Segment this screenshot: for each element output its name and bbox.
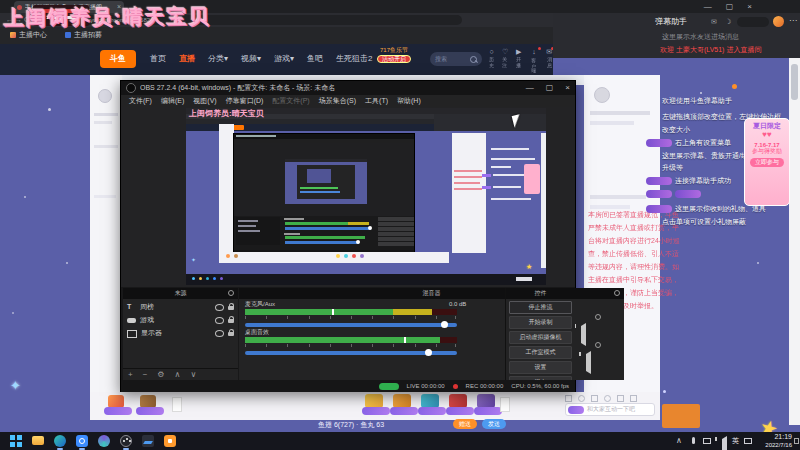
bookmark-item[interactable]: 主播招募 xyxy=(65,31,102,39)
send-button[interactable]: 发送 xyxy=(482,419,506,429)
menu-tools[interactable]: 工具(T) xyxy=(365,97,388,105)
page-scrollbar[interactable] xyxy=(789,58,800,425)
menu-edit[interactable]: 编辑(E) xyxy=(161,97,184,105)
nav-icon-history[interactable]: ○ 历史 xyxy=(488,48,495,76)
lock-icon[interactable] xyxy=(228,332,234,336)
track-settings-icon[interactable] xyxy=(595,314,601,320)
volume-slider[interactable] xyxy=(245,321,457,328)
nav-item-yuba[interactable]: 鱼吧 xyxy=(307,53,323,64)
visibility-eye-icon[interactable] xyxy=(215,330,224,337)
chat-tool-icon[interactable] xyxy=(604,395,611,402)
stop-streaming-button[interactable]: 停止推流 xyxy=(509,301,572,314)
source-properties-button[interactable]: ⚙ xyxy=(157,370,164,380)
source-row[interactable]: T 周榜 xyxy=(127,301,234,314)
nav-item-game[interactable]: 游戏▾ xyxy=(274,53,294,64)
nav-icon-client[interactable]: ↓ 客户端 xyxy=(528,48,539,76)
overflow-menu-icon[interactable]: ⋯ xyxy=(789,16,797,26)
visibility-eye-icon[interactable] xyxy=(215,304,224,311)
tray-keyboard-icon[interactable] xyxy=(744,438,752,444)
taskbar-clock[interactable]: 21:19 2022/7/16 xyxy=(756,433,792,449)
event-banner[interactable]: 夏日限定 ♥♥ 7.16-7.17 参与得奖励 立即参与 xyxy=(744,118,790,206)
nav-icon-broadcast[interactable]: ▶ 开播 xyxy=(515,48,522,76)
menu-file[interactable]: 文件(F) xyxy=(129,97,152,105)
menu-profile[interactable]: 配置文件(P) xyxy=(272,97,309,105)
banner-button[interactable]: 立即参与 xyxy=(750,158,784,167)
moon-icon[interactable]: ☽ xyxy=(725,18,731,26)
obs-taskbar-icon[interactable] xyxy=(120,435,132,447)
gift-count-box[interactable] xyxy=(172,397,182,412)
chat-tool-icon[interactable] xyxy=(578,395,585,402)
tray-display-icon[interactable] xyxy=(703,438,711,444)
mute-speaker-icon[interactable] xyxy=(581,323,586,346)
slider-knob[interactable] xyxy=(425,349,432,356)
start-recording-button[interactable]: 开始录制 xyxy=(509,316,572,329)
obs-close-button[interactable]: × xyxy=(565,83,570,93)
nav-promo-badge[interactable]: 717鱼乐节 活动开启 xyxy=(373,47,415,71)
volume-slider[interactable] xyxy=(245,349,457,356)
tray-speaker-icon[interactable] xyxy=(722,436,727,450)
add-source-button[interactable]: + xyxy=(128,370,133,380)
chat-tool-icon[interactable] xyxy=(617,395,624,402)
tray-chevron-icon[interactable]: ∧ xyxy=(676,436,682,446)
gift-icon[interactable] xyxy=(449,394,467,408)
gift-icon[interactable] xyxy=(421,394,439,408)
source-row[interactable]: 游戏 xyxy=(127,314,234,327)
nav-icon-message[interactable]: ✉ 消息 xyxy=(546,48,553,76)
sources-panel-header[interactable]: 来源 xyxy=(123,288,238,299)
move-up-button[interactable]: ∧ xyxy=(175,370,181,380)
controls-panel-header[interactable]: 控件 xyxy=(506,288,575,299)
panel-gear-icon[interactable] xyxy=(614,290,620,296)
gift-icon[interactable] xyxy=(393,394,411,408)
nav-item-live[interactable]: 直播 xyxy=(179,53,195,64)
remove-source-button[interactable]: − xyxy=(143,370,148,380)
panel-gear-icon[interactable] xyxy=(228,290,234,296)
source-row[interactable]: 显示器 xyxy=(127,327,234,340)
lock-icon[interactable] xyxy=(228,319,234,323)
settings-button[interactable]: 设置 xyxy=(509,361,572,374)
tray-mic-icon[interactable] xyxy=(692,437,695,444)
obs-maximize-button[interactable]: ▢ xyxy=(546,83,554,93)
danmaku-helper-header[interactable]: 弹幕助手 ✉ ☽ ⋯ 这里展示水友送进场消息 欢迎 土豪大哥(LV51) 进入直… xyxy=(553,13,800,58)
edge-browser-icon[interactable] xyxy=(54,435,66,447)
obs-title-bar[interactable]: OBS 27.2.4 (64-bit, windows) - 配置文件: 未命名… xyxy=(121,81,575,95)
chat-tool-icon[interactable] xyxy=(591,395,598,402)
browser-close-button[interactable]: × xyxy=(747,2,752,12)
user-pill[interactable] xyxy=(737,17,769,27)
chat-tool-icon[interactable] xyxy=(630,395,637,402)
visibility-eye-icon[interactable] xyxy=(215,317,224,324)
move-down-button[interactable]: ∨ xyxy=(190,370,196,380)
app-icon[interactable] xyxy=(142,435,154,447)
chat-tool-icon[interactable] xyxy=(565,395,572,402)
nav-item-topic[interactable]: 生死狙击2 xyxy=(336,53,372,64)
track-settings-icon[interactable] xyxy=(595,342,601,348)
lock-icon[interactable] xyxy=(228,306,234,310)
app-icon[interactable] xyxy=(98,435,110,447)
douyu-app-icon[interactable] xyxy=(76,435,88,447)
virtual-camera-button[interactable]: 启动虚拟摄像机 xyxy=(509,331,572,344)
ime-indicator[interactable]: 英 xyxy=(732,437,739,445)
notification-center-icon[interactable] xyxy=(794,438,799,444)
nav-item-home[interactable]: 首页 xyxy=(150,53,166,64)
scrollbar-thumb[interactable] xyxy=(791,64,798,100)
studio-mode-button[interactable]: 工作室模式 xyxy=(509,346,572,359)
bell-icon[interactable]: ✉ xyxy=(711,18,717,26)
avatar[interactable] xyxy=(773,16,784,27)
nav-icon-follow[interactable]: ♡ 关注 xyxy=(501,48,508,76)
browser-minimize-button[interactable]: — xyxy=(704,2,712,12)
slider-knob[interactable] xyxy=(441,321,448,328)
gift-count-box[interactable] xyxy=(500,397,510,412)
menu-scene-collection[interactable]: 场景集合(S) xyxy=(319,97,356,105)
search-input[interactable]: 搜索 xyxy=(430,52,482,66)
start-button[interactable] xyxy=(10,435,22,447)
gift-icon[interactable] xyxy=(365,394,383,408)
bookmark-item[interactable]: 主播中心 xyxy=(10,31,47,39)
nav-item-category[interactable]: 分类▾ xyxy=(208,53,228,64)
browser-maximize-button[interactable]: ▢ xyxy=(726,2,734,12)
app-icon[interactable] xyxy=(164,435,176,447)
menu-docks[interactable]: 停靠窗口(D) xyxy=(226,97,264,105)
file-explorer-icon[interactable] xyxy=(32,436,44,445)
gift-icon[interactable] xyxy=(477,394,495,408)
menu-view[interactable]: 视图(V) xyxy=(193,97,216,105)
nav-item-video[interactable]: 视频▾ xyxy=(241,53,261,64)
mute-speaker-icon[interactable] xyxy=(586,351,591,374)
